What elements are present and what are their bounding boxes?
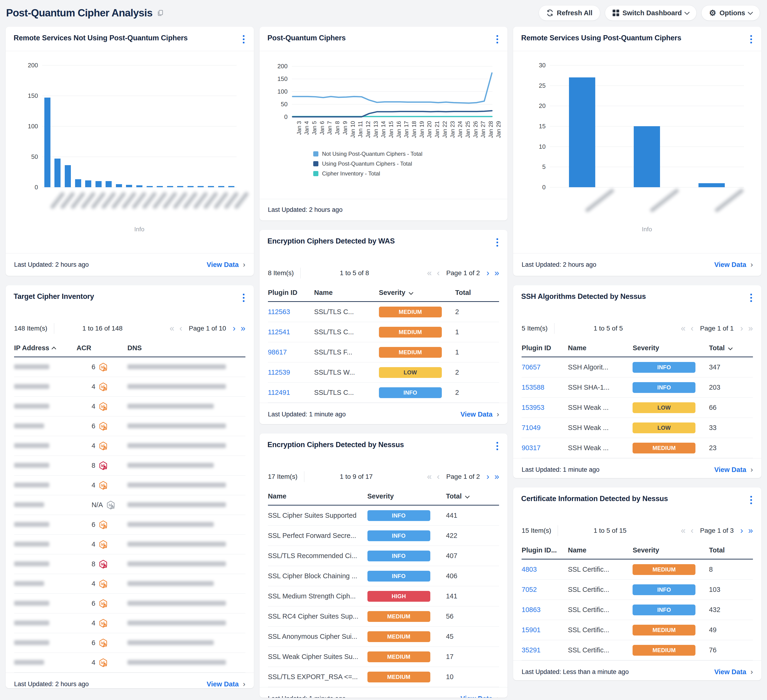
view-data-link[interactable]: View Data › <box>714 260 753 269</box>
column-header-severity[interactable]: Severity <box>368 492 446 500</box>
first-page-icon[interactable]: « <box>170 324 174 332</box>
view-data-link[interactable]: View Data › <box>207 260 245 269</box>
kebab-menu-icon[interactable] <box>748 292 755 303</box>
next-page-icon[interactable]: › <box>486 473 489 481</box>
plugin-id-link[interactable]: 7052 <box>522 586 537 593</box>
first-page-icon[interactable]: « <box>681 324 686 332</box>
next-page-icon[interactable]: › <box>740 324 743 332</box>
total-count: 56 <box>446 612 499 620</box>
column-header-dns[interactable]: DNS <box>127 344 245 352</box>
plugin-id-link[interactable]: 112539 <box>268 369 290 376</box>
table-row: 98617 SSL/TLS F... MEDIUM 1 <box>268 342 499 363</box>
redacted-dns <box>127 384 226 389</box>
sort-asc-icon <box>52 347 56 352</box>
severity-badge: INFO <box>368 571 430 582</box>
acr-score: N/A <box>92 501 103 509</box>
table-row: SSL/TLS Recommended Ci... INFO 407 <box>268 546 499 566</box>
last-page-icon[interactable]: » <box>494 269 499 277</box>
kebab-menu-icon[interactable] <box>240 34 247 45</box>
next-page-icon[interactable]: › <box>486 269 489 277</box>
kebab-menu-icon[interactable] <box>748 495 755 506</box>
column-header-severity[interactable]: Severity <box>633 546 709 554</box>
table-row: 112491 SSL/TLS C... INFO 2 <box>268 383 499 403</box>
column-header-severity[interactable]: Severity <box>633 344 709 352</box>
page-label: Page 1 of 3 <box>700 527 734 535</box>
first-page-icon[interactable]: « <box>427 473 432 481</box>
redacted-ip <box>14 562 49 566</box>
prev-page-icon[interactable]: ‹ <box>437 473 440 481</box>
plugin-id-link[interactable]: 10863 <box>522 606 541 613</box>
view-data-link[interactable]: View Data › <box>461 694 499 698</box>
table-row: SSL Perfect Forward Secre... INFO 422 <box>268 526 499 546</box>
total-count: 49 <box>709 626 753 634</box>
column-header-total[interactable]: Total <box>446 492 499 500</box>
last-page-icon[interactable]: » <box>748 527 753 535</box>
kebab-menu-icon[interactable] <box>494 237 501 248</box>
kebab-menu-icon[interactable] <box>240 292 247 303</box>
column-header-name[interactable]: Name <box>268 492 368 500</box>
gridline <box>550 187 744 188</box>
column-header-severity[interactable]: Severity <box>379 289 455 296</box>
gridline <box>42 187 237 188</box>
plugin-id-link[interactable]: 4803 <box>522 566 537 573</box>
plugin-id-link[interactable]: 153953 <box>522 404 544 411</box>
kebab-menu-icon[interactable] <box>494 34 501 45</box>
column-header-total[interactable]: Total <box>455 289 499 296</box>
redacted-x-label <box>585 188 615 213</box>
prev-page-icon[interactable]: ‹ <box>437 269 440 277</box>
column-header-acr[interactable]: ACR <box>76 344 127 352</box>
bar <box>218 186 224 187</box>
first-page-icon[interactable]: « <box>427 269 432 277</box>
column-header-total[interactable]: Total <box>709 344 753 352</box>
finding-name: SSL/TLS C... <box>314 328 379 336</box>
view-data-link[interactable]: View Data › <box>714 465 753 474</box>
plugin-id-link[interactable]: 90317 <box>522 444 541 452</box>
y-tick-label: 0 <box>35 184 38 191</box>
column-header-name[interactable]: Name <box>568 344 633 352</box>
x-tick-label: Jan 22 <box>442 121 448 138</box>
column-header-name[interactable]: Name <box>314 289 379 296</box>
column-header-plugin-id[interactable]: Plugin ID <box>522 344 568 352</box>
first-page-icon[interactable]: « <box>681 527 686 535</box>
kebab-menu-icon[interactable] <box>494 441 501 452</box>
plugin-id-link[interactable]: 35291 <box>522 646 541 654</box>
plugin-id-link[interactable]: 112491 <box>268 389 290 396</box>
view-data-link[interactable]: View Data › <box>714 668 753 676</box>
plugin-id-link[interactable]: 70657 <box>522 363 541 371</box>
x-tick-label: Jan 26 <box>472 121 479 138</box>
last-page-icon[interactable]: » <box>748 324 753 332</box>
table-row: 4 <box>14 377 245 397</box>
plugin-id-link[interactable]: 98617 <box>268 348 287 356</box>
prev-page-icon[interactable]: ‹ <box>180 324 182 332</box>
plugin-id-link[interactable]: 112541 <box>268 328 290 336</box>
last-page-icon[interactable]: » <box>241 324 245 332</box>
severity-badge: INFO <box>368 550 430 562</box>
plugin-id-link[interactable]: 71049 <box>522 424 541 431</box>
finding-name: SSL/TLS EXPORT_RSA <=... <box>268 673 368 681</box>
refresh-all-button[interactable]: Refresh All <box>539 5 600 21</box>
acr-hexagon-warning-icon <box>106 500 115 510</box>
item-range: 1 to 16 of 148 <box>82 325 123 332</box>
view-data-link[interactable]: View Data › <box>461 410 499 418</box>
prev-page-icon[interactable]: ‹ <box>691 324 694 332</box>
last-page-icon[interactable]: » <box>494 473 499 481</box>
column-header-total[interactable]: Total <box>709 546 753 554</box>
next-page-icon[interactable]: › <box>233 324 236 332</box>
column-header-plugin-id[interactable]: Plugin ID <box>268 289 314 296</box>
column-header-plugin-id[interactable]: Plugin ID... <box>522 546 568 554</box>
kebab-menu-icon[interactable] <box>748 34 755 45</box>
plugin-id-link[interactable]: 112563 <box>268 308 290 315</box>
plugin-id-link[interactable]: 15901 <box>522 626 541 633</box>
plugin-id-link[interactable]: 153588 <box>522 383 544 391</box>
prev-page-icon[interactable]: ‹ <box>691 527 694 535</box>
column-header-ip[interactable]: IP Address <box>14 344 76 352</box>
view-data-link[interactable]: View Data › <box>207 680 245 688</box>
next-page-icon[interactable]: › <box>740 527 743 535</box>
switch-dashboard-button[interactable]: Switch Dashboard <box>605 5 697 21</box>
copy-icon[interactable] <box>157 10 164 16</box>
options-button[interactable]: ⚙ Options <box>701 5 760 21</box>
x-axis-labels: Jan 3Jan 4Jan 5Jan 6Jan 7Jan 8Jan 9Jan 1… <box>292 119 493 150</box>
x-tick-label: Jan 20 <box>426 121 433 138</box>
finding-name: SSH SHA-1... <box>568 383 633 391</box>
column-header-name[interactable]: Name <box>568 546 633 554</box>
